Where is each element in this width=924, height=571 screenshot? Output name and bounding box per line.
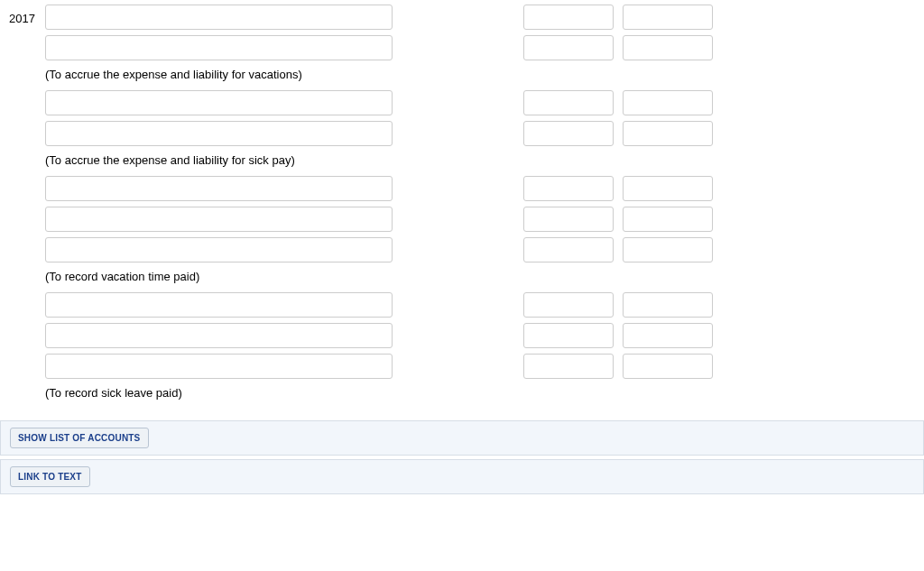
entry-row: [45, 237, 915, 262]
button-bar-link-to-text: LINK TO TEXT: [0, 459, 924, 494]
debit-input[interactable]: [523, 354, 614, 379]
entry-row: [45, 323, 915, 348]
credit-input[interactable]: [623, 90, 713, 115]
account-input[interactable]: [45, 35, 393, 60]
link-to-text-button[interactable]: LINK TO TEXT: [10, 466, 90, 487]
credit-input[interactable]: [623, 207, 713, 232]
debit-input[interactable]: [523, 5, 614, 30]
entry-row: [45, 207, 915, 232]
debit-input[interactable]: [523, 121, 614, 146]
account-input[interactable]: [45, 292, 393, 318]
entry-description: (To accrue the expense and liability for…: [45, 66, 915, 90]
credit-input[interactable]: [623, 237, 713, 262]
entry-description: (To accrue the expense and liability for…: [45, 152, 915, 176]
entry-row: [45, 354, 915, 379]
account-input[interactable]: [45, 5, 393, 30]
entry-rows-container: (To accrue the expense and liability for…: [45, 5, 915, 409]
credit-input[interactable]: [623, 5, 713, 30]
journal-entry-area: 2017 (To accrue the expense and liabilit…: [0, 0, 924, 413]
entry-row: [45, 176, 915, 201]
button-section: SHOW LIST OF ACCOUNTS LINK TO TEXT: [0, 420, 924, 494]
debit-input[interactable]: [523, 237, 614, 262]
debit-input[interactable]: [523, 207, 614, 232]
debit-input[interactable]: [523, 323, 614, 348]
credit-input[interactable]: [623, 35, 713, 60]
credit-input[interactable]: [623, 354, 713, 379]
account-input[interactable]: [45, 90, 393, 115]
account-input[interactable]: [45, 207, 393, 232]
entry-row: [45, 121, 915, 146]
account-input[interactable]: [45, 176, 393, 201]
credit-input[interactable]: [623, 176, 713, 201]
credit-input[interactable]: [623, 121, 713, 146]
year-label: 2017: [9, 5, 45, 25]
entry-row: [45, 5, 915, 30]
debit-input[interactable]: [523, 90, 614, 115]
account-input[interactable]: [45, 121, 393, 146]
entry-description: (To record sick leave paid): [45, 384, 915, 409]
entry-section: 2017 (To accrue the expense and liabilit…: [9, 5, 915, 409]
entry-row: [45, 35, 915, 60]
account-input[interactable]: [45, 237, 393, 262]
credit-input[interactable]: [623, 292, 713, 318]
credit-input[interactable]: [623, 323, 713, 348]
button-bar-show-accounts: SHOW LIST OF ACCOUNTS: [0, 420, 924, 456]
account-input[interactable]: [45, 354, 393, 379]
debit-input[interactable]: [523, 176, 614, 201]
entry-row: [45, 90, 915, 115]
account-input[interactable]: [45, 323, 393, 348]
debit-input[interactable]: [523, 35, 614, 60]
debit-input[interactable]: [523, 292, 614, 318]
entry-description: (To record vacation time paid): [45, 268, 915, 292]
entry-row: [45, 292, 915, 318]
show-list-of-accounts-button[interactable]: SHOW LIST OF ACCOUNTS: [10, 428, 149, 448]
